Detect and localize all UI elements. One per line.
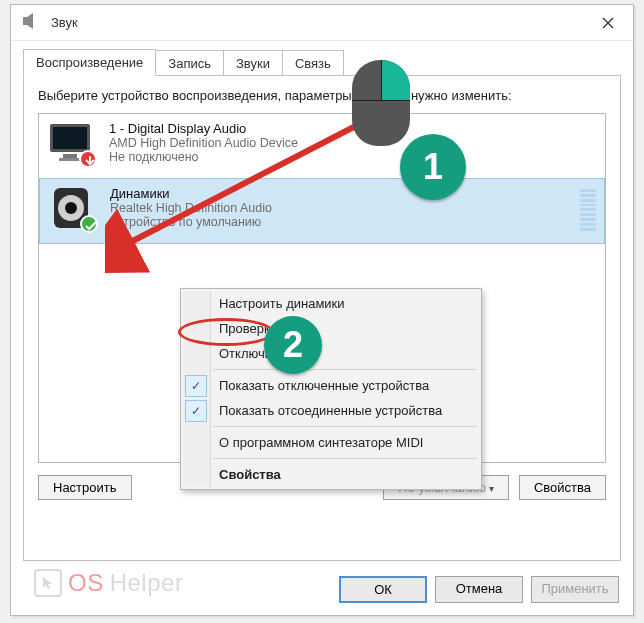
tab-recording[interactable]: Запись: [155, 50, 224, 76]
svg-marker-1: [27, 13, 33, 29]
check-icon: ✓: [185, 400, 207, 422]
tab-sounds[interactable]: Звуки: [223, 50, 283, 76]
titlebar: Звук: [11, 5, 633, 41]
window-title: Звук: [51, 15, 585, 30]
instruction-text: Выберите устройство воспроизведения, пар…: [38, 88, 606, 105]
device-driver: Realtek High Definition Audio: [110, 201, 272, 215]
tab-communications[interactable]: Связь: [282, 50, 344, 76]
tab-playback[interactable]: Воспроизведение: [23, 49, 156, 76]
speaker-icon: [48, 185, 96, 231]
device-name: Динамики: [110, 186, 272, 201]
svg-point-8: [65, 202, 77, 214]
ctx-test[interactable]: Проверка: [181, 316, 481, 341]
ctx-separator: [213, 369, 477, 370]
check-icon: ✓: [185, 375, 207, 397]
watermark: OS Helper: [34, 569, 183, 597]
configure-button[interactable]: Настроить: [38, 475, 132, 500]
properties-button[interactable]: Свойства: [519, 475, 606, 500]
ctx-properties[interactable]: Свойства: [181, 462, 481, 487]
device-info: Динамики Realtek High Definition Audio У…: [110, 186, 272, 230]
annotation-mouse-rightclick: [352, 60, 410, 146]
device-status: Устройство по умолчанию: [110, 215, 272, 229]
cancel-button[interactable]: Отмена: [435, 576, 523, 603]
cursor-icon: [34, 569, 62, 597]
apply-button[interactable]: Применить: [531, 576, 619, 603]
monitor-icon: [47, 120, 95, 166]
sound-icon: [21, 11, 41, 34]
ctx-about-midi[interactable]: О программном синтезаторе MIDI: [181, 430, 481, 455]
default-badge-icon: [80, 215, 98, 233]
volume-meter: [580, 189, 596, 231]
device-info: 1 - Digital Display Audio AMD High Defin…: [109, 121, 298, 165]
ctx-disable[interactable]: Отключить: [181, 341, 481, 366]
device-status: Не подключено: [109, 150, 298, 164]
svg-rect-3: [53, 127, 87, 149]
device-driver: AMD High Definition Audio Device: [109, 136, 298, 150]
close-button[interactable]: [585, 7, 631, 39]
watermark-text-1: OS: [68, 569, 104, 597]
ctx-label: Показать отсоединенные устройства: [219, 403, 442, 418]
ctx-configure-speakers[interactable]: Настроить динамики: [181, 291, 481, 316]
ok-button[interactable]: ОК: [339, 576, 427, 603]
device-name: 1 - Digital Display Audio: [109, 121, 298, 136]
dialog-buttons: ОК Отмена Применить: [339, 576, 619, 603]
tab-bar: Воспроизведение Запись Звуки Связь: [23, 47, 621, 75]
svg-rect-0: [23, 17, 27, 25]
ctx-separator: [213, 458, 477, 459]
ctx-show-disabled[interactable]: ✓ Показать отключенные устройства: [181, 373, 481, 398]
annotation-step-2: 2: [264, 316, 322, 374]
ctx-label: Показать отключенные устройства: [219, 378, 429, 393]
device-row-speakers[interactable]: Динамики Realtek High Definition Audio У…: [39, 178, 605, 244]
context-menu[interactable]: Настроить динамики Проверка Отключить ✓ …: [180, 288, 482, 490]
device-row-digital-display[interactable]: 1 - Digital Display Audio AMD High Defin…: [39, 114, 605, 178]
svg-rect-5: [59, 158, 81, 161]
ctx-separator: [213, 426, 477, 427]
svg-rect-4: [63, 154, 77, 158]
watermark-text-2: Helper: [110, 569, 184, 597]
ctx-show-disconnected[interactable]: ✓ Показать отсоединенные устройства: [181, 398, 481, 423]
error-badge-icon: [79, 150, 97, 168]
